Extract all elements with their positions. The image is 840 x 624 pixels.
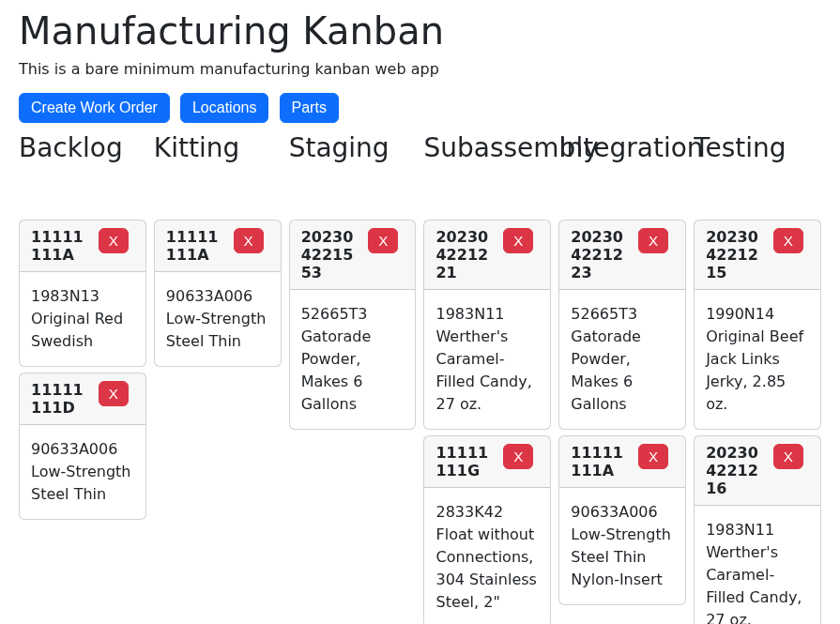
work-order-card[interactable]: 202304221553X52665T3 Gatorade Powder, Ma… <box>289 220 417 430</box>
work-order-id: 202304221221 <box>435 228 497 282</box>
work-order-desc: 1983N11 Werther's Caramel-Filled Candy, … <box>424 290 550 429</box>
kanban-column: Subassembly202304221221X1983N11 Werther'… <box>423 132 551 624</box>
work-order-desc: 1990N14 Original Beef Jack Links Jerky, … <box>695 290 820 429</box>
kanban-column: Staging202304221553X52665T3 Gatorade Pow… <box>289 132 417 624</box>
card-header: 11111111DX <box>20 373 145 425</box>
card-header: 202304221223X <box>559 221 685 290</box>
kanban-column: Kitting11111111AX90633A006 Low-Strength … <box>154 132 282 624</box>
card-list: 11111111AX1983N13 Original Red Swedish11… <box>19 220 146 520</box>
work-order-id: 11111111G <box>435 444 497 479</box>
work-order-desc: 1983N11 Werther's Caramel-Filled Candy, … <box>695 506 820 624</box>
work-order-desc: 52665T3 Gatorade Powder, Makes 6 Gallons <box>290 290 416 429</box>
card-list: 202304221553X52665T3 Gatorade Powder, Ma… <box>289 220 417 430</box>
delete-button[interactable]: X <box>368 228 398 253</box>
work-order-desc: 90633A006 Low-Strength Steel Thin <box>20 425 145 519</box>
card-header: 11111111AX <box>20 221 145 272</box>
card-list: 202304221221X1983N11 Werther's Caramel-F… <box>423 220 551 624</box>
work-order-id: 202304221553 <box>301 228 363 282</box>
work-order-desc: 1983N13 Original Red Swedish <box>20 272 145 366</box>
column-title: Subassembly <box>423 132 551 163</box>
column-title: Kitting <box>154 132 282 163</box>
work-order-id: 11111111A <box>31 228 93 264</box>
work-order-desc: 90633A006 Low-Strength Steel Thin <box>155 272 281 366</box>
page-title: Manufacturing Kanban <box>19 9 821 53</box>
work-order-card[interactable]: 202304221216X1983N11 Werther's Caramel-F… <box>694 435 821 624</box>
card-list: 202304221223X52665T3 Gatorade Powder, Ma… <box>558 220 686 605</box>
column-title: Staging <box>289 132 417 163</box>
work-order-card[interactable]: 202304221223X52665T3 Gatorade Powder, Ma… <box>558 220 686 430</box>
column-title: Testing <box>694 132 821 163</box>
work-order-id: 11111111A <box>571 444 633 479</box>
work-order-card[interactable]: 202304221215X1990N14 Original Beef Jack … <box>694 220 821 430</box>
work-order-desc: 90633A006 Low-Strength Steel Thin Nylon-… <box>559 488 685 604</box>
column-title: Integration <box>558 132 686 163</box>
delete-button[interactable]: X <box>234 228 264 253</box>
delete-button[interactable]: X <box>638 444 668 469</box>
create-work-order-button[interactable]: Create Work Order <box>19 93 170 123</box>
card-header: 11111111AX <box>155 221 281 272</box>
card-header: 202304221215X <box>695 221 820 290</box>
delete-button[interactable]: X <box>773 444 803 469</box>
locations-button[interactable]: Locations <box>180 93 269 123</box>
work-order-card[interactable]: 11111111AX90633A006 Low-Strength Steel T… <box>558 435 686 605</box>
work-order-card[interactable]: 11111111GX2833K42 Float without Connecti… <box>423 435 551 624</box>
kanban-column: Integration202304221223X52665T3 Gatorade… <box>558 132 686 624</box>
work-order-id: 11111111D <box>31 381 93 417</box>
card-header: 202304221216X <box>695 436 820 506</box>
work-order-desc: 52665T3 Gatorade Powder, Makes 6 Gallons <box>559 290 685 429</box>
work-order-id: 202304221216 <box>706 444 768 497</box>
toolbar: Create Work Order Locations Parts <box>19 93 821 123</box>
kanban-column: Testing202304221215X1990N14 Original Bee… <box>694 132 821 624</box>
delete-button[interactable]: X <box>503 228 533 253</box>
card-header: 11111111AX <box>559 436 685 488</box>
delete-button[interactable]: X <box>638 228 668 253</box>
page-subtitle: This is a bare minimum manufacturing kan… <box>19 60 821 78</box>
work-order-desc: 2833K42 Float without Connections, 304 S… <box>424 488 550 624</box>
delete-button[interactable]: X <box>773 228 803 253</box>
card-header: 202304221221X <box>424 221 550 290</box>
work-order-id: 202304221223 <box>571 228 633 282</box>
work-order-card[interactable]: 202304221221X1983N11 Werther's Caramel-F… <box>423 220 551 430</box>
work-order-card[interactable]: 11111111AX90633A006 Low-Strength Steel T… <box>154 220 282 367</box>
delete-button[interactable]: X <box>99 228 129 253</box>
work-order-id: 11111111A <box>166 228 228 264</box>
work-order-card[interactable]: 11111111DX90633A006 Low-Strength Steel T… <box>19 373 146 520</box>
kanban-column: Backlog11111111AX1983N13 Original Red Sw… <box>19 132 146 624</box>
delete-button[interactable]: X <box>503 444 533 469</box>
kanban-board: Backlog11111111AX1983N13 Original Red Sw… <box>19 132 821 624</box>
card-list: 11111111AX90633A006 Low-Strength Steel T… <box>154 220 282 367</box>
delete-button[interactable]: X <box>99 381 129 406</box>
card-header: 202304221553X <box>290 221 416 290</box>
work-order-id: 202304221215 <box>706 228 768 282</box>
card-header: 11111111GX <box>424 436 550 488</box>
work-order-card[interactable]: 11111111AX1983N13 Original Red Swedish <box>19 220 146 367</box>
card-list: 202304221215X1990N14 Original Beef Jack … <box>694 220 821 624</box>
parts-button[interactable]: Parts <box>280 93 339 123</box>
column-title: Backlog <box>19 132 146 163</box>
